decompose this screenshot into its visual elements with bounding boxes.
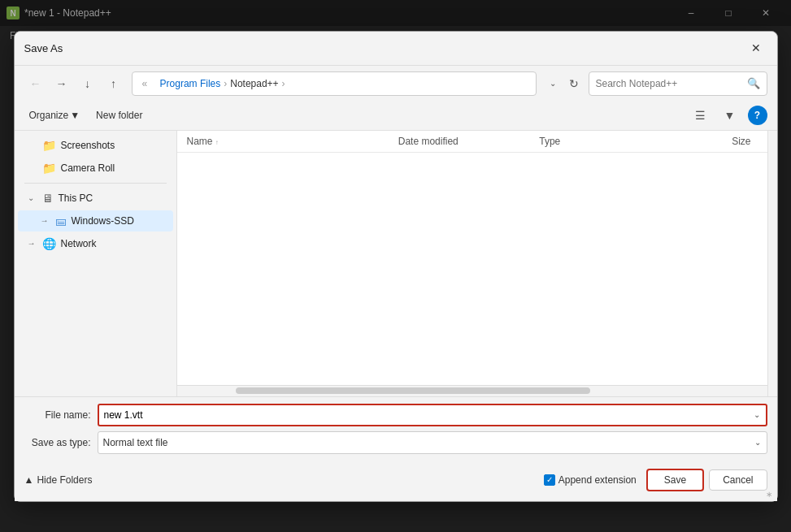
breadcrumb-dropdown-button[interactable]: ⌄ xyxy=(546,72,559,95)
sidebar-label-this-pc: This PC xyxy=(59,192,93,204)
sort-arrow-icon: ↑ xyxy=(215,139,219,146)
dialog-bottom: File name: ⌄ Save as type: Normal text f… xyxy=(15,396,777,462)
search-icon: 🔍 xyxy=(747,77,760,89)
organize-button[interactable]: Organize ▼ xyxy=(24,107,85,123)
savetype-select-wrapper: Normal text file ⌄ xyxy=(98,431,767,454)
drive-icon-ssd: 🖴 xyxy=(55,214,67,227)
dialog-titlebar: Save As ✕ xyxy=(15,32,777,66)
breadcrumb-prefix: « xyxy=(142,78,148,89)
col-header-name[interactable]: Name ↑ xyxy=(187,136,398,147)
new-folder-button[interactable]: New folder xyxy=(91,107,147,123)
filename-label: File name: xyxy=(24,409,98,421)
hide-folders-arrow-icon: ▲ xyxy=(24,474,34,486)
file-list[interactable] xyxy=(177,153,767,385)
filename-input[interactable] xyxy=(99,409,748,421)
sidebar-label-windows-ssd: Windows-SSD xyxy=(72,215,134,227)
resize-handle[interactable]: ∗ xyxy=(766,490,776,500)
view-options-button[interactable]: ☰ xyxy=(689,104,712,127)
savetype-dropdown-button[interactable]: ⌄ xyxy=(749,432,767,453)
filename-dropdown-button[interactable]: ⌄ xyxy=(748,404,766,426)
save-button[interactable]: Save xyxy=(646,469,704,491)
folder-icon-camera-roll: 📁 xyxy=(42,162,56,175)
sidebar-item-this-pc[interactable]: ⌄ 🖥 This PC xyxy=(18,188,173,209)
sidebar-label-camera-roll: Camera Roll xyxy=(61,162,115,174)
sidebar-item-windows-ssd[interactable]: → 🖴 Windows-SSD xyxy=(18,210,173,231)
notepad-window: N *new 1 - Notepad++ – □ ✕ File Edit Sea… xyxy=(0,0,791,532)
search-box: 🔍 xyxy=(589,71,767,96)
sidebar: 📁 Screenshots 📁 Camera Roll ⌄ xyxy=(15,131,177,396)
network-icon: 🌐 xyxy=(42,237,56,250)
dialog-body: 📁 Screenshots 📁 Camera Roll ⌄ xyxy=(15,131,777,396)
filename-row: File name: ⌄ xyxy=(24,404,767,426)
sidebar-divider xyxy=(24,183,167,184)
col-header-date: Date modified xyxy=(398,136,540,147)
dialog-overlay: Save As ✕ ← → ↓ ↑ « Program Files › Note… xyxy=(0,0,791,532)
append-extension-label: Append extension xyxy=(558,474,637,486)
append-extension-checkbox[interactable]: ✓ xyxy=(544,474,555,486)
help-button[interactable]: ? xyxy=(748,106,767,125)
dialog-toolbar: ← → ↓ ↑ « Program Files › Notepad++ › ⌄ … xyxy=(15,66,777,102)
refresh-button[interactable]: ↻ xyxy=(563,72,585,95)
hide-folders-button[interactable]: ▲ Hide Folders xyxy=(24,474,93,486)
expand-arrow-ssd: → xyxy=(41,216,50,225)
save-as-dialog: Save As ✕ ← → ↓ ↑ « Program Files › Note… xyxy=(14,31,778,502)
dialog-close-button[interactable]: ✕ xyxy=(745,37,767,59)
cancel-button[interactable]: Cancel xyxy=(709,469,767,491)
sidebar-label-screenshots: Screenshots xyxy=(61,140,115,151)
savetype-text: Normal text file xyxy=(98,437,749,448)
organize-dropdown-icon: ▼ xyxy=(70,110,80,121)
col-header-type: Type xyxy=(539,136,680,147)
filename-input-wrapper: ⌄ xyxy=(98,404,767,426)
dialog-title: Save As xyxy=(24,42,745,54)
append-extension-checkbox-row: ✓ Append extension xyxy=(544,474,637,486)
dialog-footer: ▲ Hide Folders ✓ Append extension Save C… xyxy=(15,462,777,501)
up-button[interactable]: ↓ xyxy=(76,72,99,95)
forward-button[interactable]: → xyxy=(50,72,73,95)
expand-arrow-network: → xyxy=(28,239,37,248)
main-content-area: Name ↑ Date modified Type Size xyxy=(177,131,767,396)
view-dropdown-button[interactable]: ▼ xyxy=(719,104,741,127)
sidebar-label-network: Network xyxy=(61,238,97,249)
savetype-row: Save as type: Normal text file ⌄ xyxy=(24,431,767,454)
sidebar-item-camera-roll[interactable]: 📁 Camera Roll xyxy=(18,158,173,179)
file-list-header: Name ↑ Date modified Type Size xyxy=(177,131,767,153)
hide-folders-label: Hide Folders xyxy=(37,474,92,486)
vertical-scrollbar[interactable] xyxy=(767,131,777,396)
col-header-size: Size xyxy=(680,136,758,147)
search-input[interactable] xyxy=(596,78,747,89)
file-toolbar: Organize ▼ New folder ☰ ▼ ? xyxy=(15,102,777,131)
breadcrumb-bar: « Program Files › Notepad++ › xyxy=(132,71,537,96)
horizontal-scrollbar[interactable] xyxy=(177,385,767,396)
organize-label: Organize xyxy=(29,110,69,121)
sidebar-item-screenshots[interactable]: 📁 Screenshots xyxy=(18,135,173,156)
back-button[interactable]: ← xyxy=(24,72,47,95)
sidebar-item-network[interactable]: → 🌐 Network xyxy=(18,233,173,254)
savetype-label: Save as type: xyxy=(24,437,98,448)
pc-icon: 🖥 xyxy=(42,192,54,205)
expand-arrow-this-pc: ⌄ xyxy=(28,193,37,202)
recent-button[interactable]: ↑ xyxy=(102,72,125,95)
breadcrumb-program-files[interactable]: Program Files xyxy=(160,78,221,89)
hscroll-thumb[interactable] xyxy=(236,387,590,394)
folder-icon-screenshots: 📁 xyxy=(42,139,56,152)
breadcrumb-notepadpp[interactable]: Notepad++ xyxy=(230,78,278,89)
